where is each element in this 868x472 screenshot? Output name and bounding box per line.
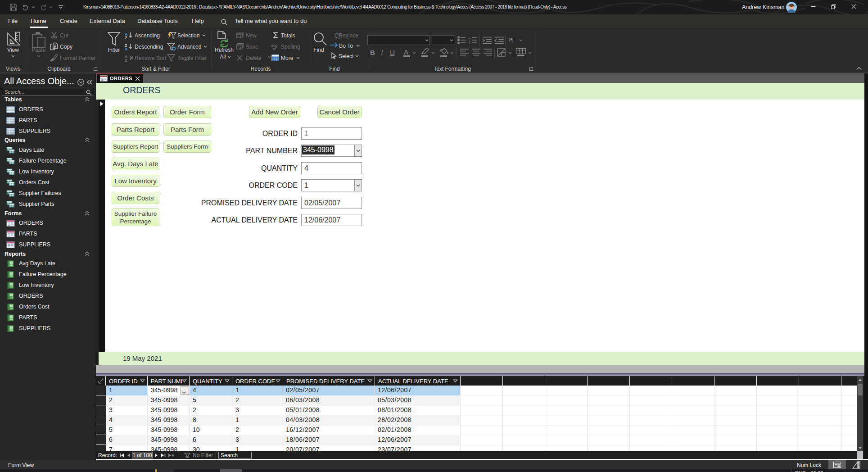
svg-text:Z: Z xyxy=(125,58,127,62)
svg-text:abc: abc xyxy=(271,43,278,48)
svg-text:3: 3 xyxy=(469,42,470,44)
svg-text:A: A xyxy=(125,47,128,50)
svg-text:Z: Z xyxy=(125,36,127,39)
svg-text:¶: ¶ xyxy=(511,37,514,43)
